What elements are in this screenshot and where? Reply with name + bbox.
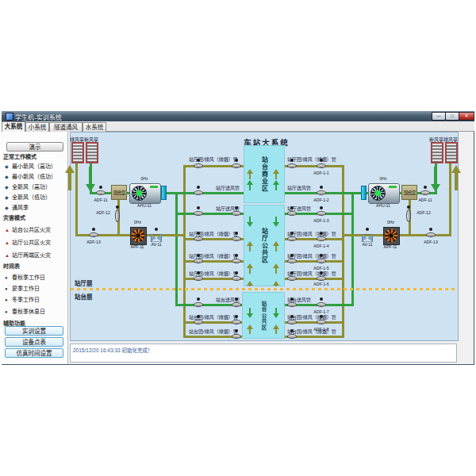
minimize-button[interactable]: — xyxy=(432,112,446,121)
fresh-air-tower-icon xyxy=(86,142,98,163)
section-disaster-modes: 灾害模式 xyxy=(3,213,25,221)
flow-arrow-icon xyxy=(273,263,279,274)
app-icon xyxy=(6,113,13,121)
maximize-button[interactable]: □ xyxy=(445,112,459,121)
clock-icon: ● xyxy=(5,275,12,280)
flow-arrow-icon xyxy=(451,165,461,190)
flow-arrow-icon xyxy=(247,169,253,179)
device-label: AHU-11 xyxy=(132,204,157,208)
damper-icon xyxy=(232,159,241,171)
device-label: AHU-11 xyxy=(370,204,396,208)
device-label: APF-11 xyxy=(129,245,146,249)
damper-icon xyxy=(317,271,326,283)
sidebar-item-allfresh-low[interactable]: ◆全新风（低功） xyxy=(5,193,51,201)
damper-icon xyxy=(317,232,326,244)
device-point-table-button[interactable]: 设备点表 xyxy=(5,337,63,347)
flow-arrow-icon xyxy=(247,324,253,334)
device-label: ADF-1-3 xyxy=(313,219,330,223)
flow-arrow-icon xyxy=(247,263,253,274)
flow-arrow-icon xyxy=(247,180,253,190)
sidebar-item-springfall-restday[interactable]: ●春秋季休息日 xyxy=(5,307,45,315)
training-settings-button[interactable]: 实训设置 xyxy=(5,326,63,336)
exhaust-fan-icon xyxy=(383,227,400,245)
device-label: ADF-12 xyxy=(94,211,112,215)
device-label: ADF-13 xyxy=(85,240,102,244)
flow-arrow-icon xyxy=(273,169,279,179)
fan-speed-label: 0Hz xyxy=(384,221,397,225)
floor-divider-line xyxy=(71,288,457,290)
damper-icon xyxy=(287,298,297,309)
sidebar-item-hall-fire[interactable]: ▲站厅公共区火灾 xyxy=(5,238,51,246)
exhaust-tower-icon xyxy=(445,142,458,163)
fresh-air-damper-icon xyxy=(96,186,106,198)
sidebar-item-minfresh-low[interactable]: ◆最小新风（低功） xyxy=(5,172,56,180)
damper-icon xyxy=(287,206,297,218)
fan-mode-icon: ◆ xyxy=(5,205,12,210)
sidebar-item-vent-season[interactable]: ◆通风季 xyxy=(5,203,29,211)
tab-big-system[interactable]: 大系统 xyxy=(2,121,25,132)
damper-icon xyxy=(287,329,297,341)
flow-arrow-icon xyxy=(273,217,279,227)
duct-line xyxy=(75,163,78,236)
damper-icon xyxy=(194,232,203,244)
floor-label-platform: 站台层 xyxy=(75,292,93,301)
tab-small-system[interactable]: 小系统 xyxy=(25,122,49,132)
duct-label: 站台回/排风（排烟）管 xyxy=(189,328,238,335)
device-label: ADF-1-5 xyxy=(313,267,330,271)
damper-icon xyxy=(194,315,203,327)
damper-icon xyxy=(232,298,241,309)
title-bar xyxy=(2,111,474,121)
demo-button[interactable]: 演示 xyxy=(6,142,63,152)
flow-arrow-icon xyxy=(431,167,440,192)
fan-speed-label: 0Hz xyxy=(132,177,157,181)
device-label: ADF-1-4 xyxy=(313,244,330,248)
clock-icon: ● xyxy=(5,309,12,314)
fire-icon: ▲ xyxy=(5,240,12,245)
fan-mode-icon: ◆ xyxy=(5,184,12,190)
app-window: 学生机-实训系统 — □ ✕ 大系统 小系统 隧道通风 水系统 演示 正常工作模… xyxy=(0,0,476,476)
tab-water-system[interactable]: 水系统 xyxy=(83,122,106,132)
sim-time-settings-button[interactable]: 仿真时间设置 xyxy=(5,348,63,358)
sidebar-item-winter-workday[interactable]: ●冬季工作日 xyxy=(5,295,40,303)
sidebar-item-summer-workday[interactable]: ●夏季工作日 xyxy=(5,284,40,292)
close-button[interactable]: ✕ xyxy=(459,112,474,121)
duct-connector xyxy=(161,186,167,200)
device-label: ADF-1-8 xyxy=(313,328,330,332)
damper-icon xyxy=(194,271,203,283)
fresh-air-damper-icon xyxy=(420,186,430,198)
window-title: 学生机-实训系统 xyxy=(15,113,62,121)
sidebar-item-hall-ends-fire[interactable]: ▲站厅两端区火灾 xyxy=(5,251,51,259)
sidebar-item-minfresh-high[interactable]: ◆最小新风（高功） xyxy=(5,162,56,170)
log-message: 2015/12/20 16:43:33 初始化完成！ xyxy=(73,346,152,354)
fan-mode-icon: ◆ xyxy=(5,163,12,169)
flow-arrow-icon xyxy=(273,281,279,286)
damper-icon xyxy=(194,206,203,218)
damper-icon xyxy=(194,159,203,171)
floor-label-hall: 站厅层 xyxy=(75,278,93,287)
tab-tunnel-vent[interactable]: 隧道通风 xyxy=(49,122,83,132)
device-label: ADF-11 xyxy=(416,198,434,202)
damper-icon xyxy=(287,254,297,266)
fan-mode-icon: ◆ xyxy=(5,174,12,179)
sidebar-item-allfresh-high[interactable]: ◆全新风（高功） xyxy=(5,182,51,190)
damper-icon xyxy=(194,186,203,198)
device-label: AV-11 xyxy=(148,243,165,247)
sidebar-item-springfall-workday[interactable]: ●春秋季工作日 xyxy=(5,273,45,281)
sidebar-item-platform-fire[interactable]: ▲站台公共区火灾 xyxy=(5,225,51,233)
device-label: ADF-1-2 xyxy=(313,198,330,202)
flow-arrow-icon xyxy=(273,324,279,334)
damper-icon xyxy=(287,159,297,171)
duct-label: 站厅送风管 xyxy=(287,184,311,191)
damper-icon xyxy=(232,271,241,283)
damper-icon xyxy=(426,228,436,240)
fresh-air-tower-icon xyxy=(431,142,443,163)
damper-icon xyxy=(317,315,326,327)
damper-icon xyxy=(317,159,326,171)
damper-icon xyxy=(287,315,297,327)
flow-arrow-icon xyxy=(247,308,253,318)
ahu-fan-icon xyxy=(368,183,400,204)
butterfly-valve-icon xyxy=(362,228,373,243)
damper-icon xyxy=(232,232,241,244)
fan-mode-icon: ◆ xyxy=(5,194,12,200)
flow-arrow-icon xyxy=(247,281,253,286)
